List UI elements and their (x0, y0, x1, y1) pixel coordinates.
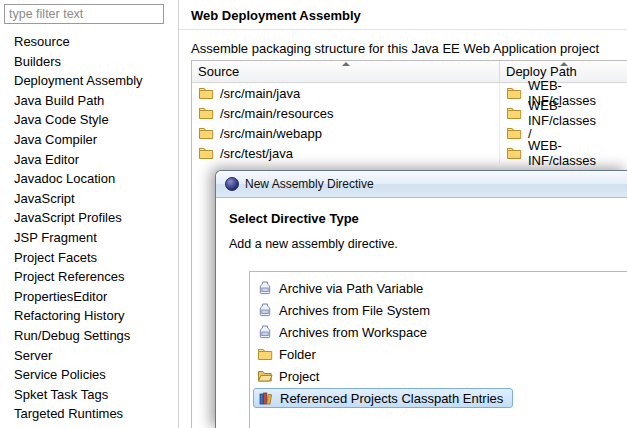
sidebar-item-javascript-profiles[interactable]: JavaScript Profiles (0, 208, 178, 228)
dialog-heading: Select Directive Type (229, 211, 359, 226)
deploy-cell: WEB-INF/classes (500, 103, 627, 123)
page-description: Assemble packaging structure for this Ja… (191, 41, 599, 56)
archive-icon (257, 324, 273, 340)
sidebar-list: Resource Builders Deployment Assembly Ja… (0, 32, 178, 424)
sidebar-item-resource[interactable]: Resource (0, 32, 178, 52)
directive-item-referenced-projects-classpath-entries[interactable]: Referenced Projects Classpath Entries (253, 388, 513, 408)
properties-window: Resource Builders Deployment Assembly Ja… (0, 0, 627, 428)
column-header-label: Deploy Path (506, 64, 577, 79)
directive-label: Referenced Projects Classpath Entries (280, 391, 503, 406)
sidebar-item-refactoring-history[interactable]: Refactoring History (0, 306, 178, 326)
filter-input[interactable] (4, 4, 164, 24)
folder-icon (506, 145, 522, 161)
column-header-deploy-path[interactable]: Deploy Path (500, 61, 627, 82)
sidebar-item-java-compiler[interactable]: Java Compiler (0, 130, 178, 150)
project-icon (257, 368, 273, 384)
sidebar-item-javadoc-location[interactable]: Javadoc Location (0, 169, 178, 189)
folder-icon (198, 105, 214, 121)
table-row[interactable]: /src/main/resources WEB-INF/classes (192, 103, 627, 123)
folder-icon (198, 145, 214, 161)
deploy-cell: WEB-INF/classes (500, 143, 627, 163)
page-title: Web Deployment Assembly (191, 8, 361, 23)
sort-indicator-icon (560, 62, 568, 66)
sidebar-item-targeted-runtimes[interactable]: Targeted Runtimes (0, 404, 178, 424)
directive-label: Archive via Path Variable (279, 281, 423, 296)
new-assembly-directive-dialog: New Assembly Directive Select Directive … (215, 170, 627, 428)
library-icon (258, 390, 274, 406)
wizard-icon (225, 177, 239, 191)
source-path: /src/main/resources (220, 106, 333, 121)
sidebar-item-project-references[interactable]: Project References (0, 267, 178, 287)
sidebar-item-server[interactable]: Server (0, 346, 178, 366)
source-cell: /src/test/java (192, 143, 500, 163)
folder-icon (506, 105, 522, 121)
title-separator (179, 29, 627, 30)
sidebar-item-service-policies[interactable]: Service Policies (0, 365, 178, 385)
directive-item-archives-from-file-system[interactable]: Archives from File System (253, 299, 439, 321)
sidebar: Resource Builders Deployment Assembly Ja… (0, 0, 178, 428)
folder-icon (198, 85, 214, 101)
dialog-titlebar[interactable]: New Assembly Directive (216, 171, 627, 198)
directive-item-archive-via-path-variable[interactable]: Archive via Path Variable (253, 277, 432, 299)
dialog-body: Select Directive Type Add a new assembly… (216, 199, 627, 428)
sidebar-item-deployment-assembly[interactable]: Deployment Assembly (0, 71, 178, 91)
table-row[interactable]: /src/test/java WEB-INF/classes (192, 143, 627, 163)
directive-item-project[interactable]: Project (253, 365, 328, 387)
sidebar-item-run-debug-settings[interactable]: Run/Debug Settings (0, 326, 178, 346)
directive-list: Archive via Path Variable Archives from … (249, 271, 627, 428)
sidebar-item-jsp-fragment[interactable]: JSP Fragment (0, 228, 178, 248)
dialog-subheading: Add a new assembly directive. (229, 237, 398, 251)
column-header-label: Source (198, 64, 239, 79)
source-path: /src/main/webapp (220, 126, 322, 141)
source-cell: /src/main/java (192, 83, 500, 103)
sidebar-item-spket-task-tags[interactable]: Spket Task Tags (0, 385, 178, 405)
sidebar-item-java-code-style[interactable]: Java Code Style (0, 110, 178, 130)
column-header-source[interactable]: Source (192, 61, 500, 82)
sidebar-item-properties-editor[interactable]: PropertiesEditor (0, 287, 178, 307)
folder-icon (198, 125, 214, 141)
source-cell: /src/main/resources (192, 103, 500, 123)
folder-icon (506, 85, 522, 101)
directive-label: Project (279, 369, 319, 384)
table-header: Source Deploy Path (192, 61, 627, 83)
folder-icon (257, 346, 273, 362)
archive-icon (257, 302, 273, 318)
dialog-title: New Assembly Directive (245, 177, 374, 191)
sidebar-item-java-editor[interactable]: Java Editor (0, 150, 178, 170)
source-path: /src/main/java (220, 86, 300, 101)
source-path: /src/test/java (220, 146, 293, 161)
sidebar-item-java-build-path[interactable]: Java Build Path (0, 91, 178, 111)
source-cell: /src/main/webapp (192, 123, 500, 143)
archive-icon (257, 280, 273, 296)
folder-icon (506, 125, 522, 141)
sidebar-item-builders[interactable]: Builders (0, 52, 178, 72)
directive-item-folder[interactable]: Folder (253, 343, 325, 365)
directive-label: Folder (279, 347, 316, 362)
directive-item-archives-from-workspace[interactable]: Archives from Workspace (253, 321, 436, 343)
directive-label: Archives from Workspace (279, 325, 427, 340)
sort-indicator-icon (342, 62, 350, 66)
sidebar-item-project-facets[interactable]: Project Facets (0, 248, 178, 268)
sidebar-item-javascript[interactable]: JavaScript (0, 189, 178, 209)
deploy-path: WEB-INF/classes (528, 138, 627, 168)
directive-label: Archives from File System (279, 303, 430, 318)
